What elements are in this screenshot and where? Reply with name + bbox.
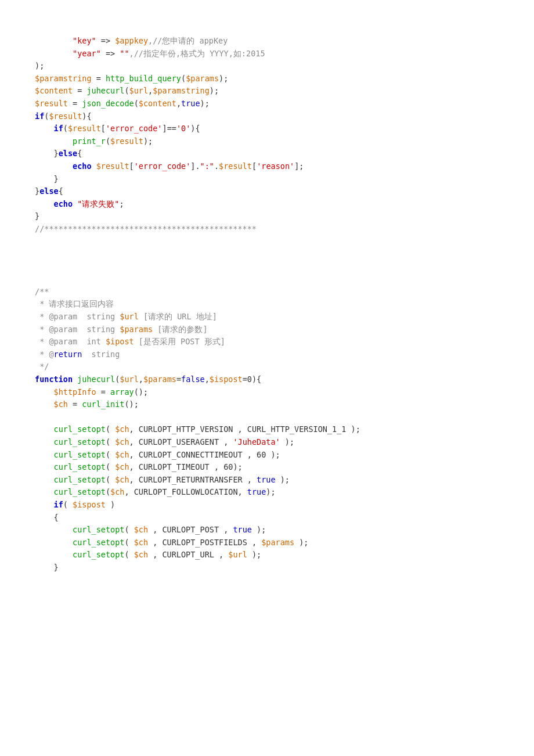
code-content: "key" => $appkey,//您申请的 appKey "year" =>…: [35, 35, 499, 574]
code-container: "key" => $appkey,//您申请的 appKey "year" =>…: [35, 35, 499, 574]
